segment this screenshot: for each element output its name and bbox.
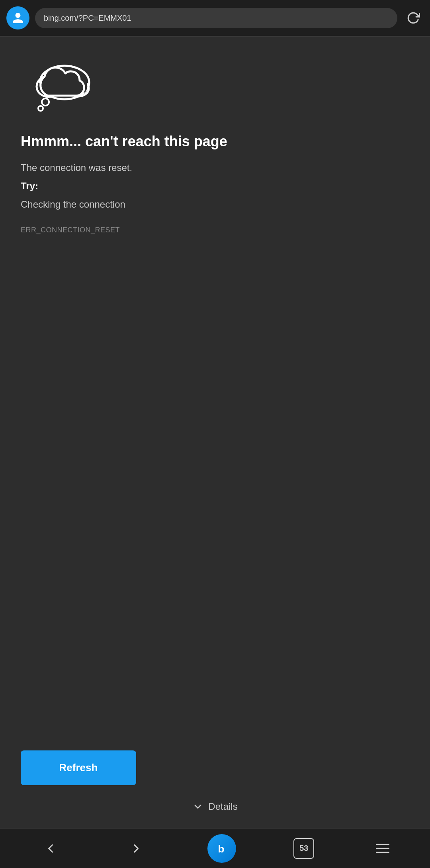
refresh-button[interactable]: Refresh (21, 750, 136, 785)
menu-line-1 (376, 844, 389, 845)
back-button[interactable] (37, 835, 64, 862)
main-content: Hmmm... can't reach this page The connec… (0, 37, 430, 742)
menu-line-2 (376, 848, 389, 849)
tabs-count: 53 (299, 844, 308, 853)
suggestion-text: Checking the connection (21, 199, 409, 210)
action-area: Refresh Details (0, 742, 430, 828)
svg-point-7 (38, 106, 43, 111)
error-title: Hmmm... can't reach this page (21, 132, 409, 151)
browser-refresh-button[interactable] (403, 8, 424, 28)
chevron-down-icon (192, 801, 203, 812)
bottom-nav: b 53 (0, 828, 430, 868)
browser-bar: bing.com/?PC=EMMX01 (0, 0, 430, 36)
svg-text:b: b (218, 842, 224, 854)
tabs-button[interactable]: 53 (293, 838, 314, 859)
avatar[interactable] (6, 6, 29, 29)
url-text: bing.com/?PC=EMMX01 (44, 14, 131, 23)
error-code: ERR_CONNECTION_RESET (21, 226, 409, 234)
forward-button[interactable] (122, 835, 150, 862)
back-icon (43, 841, 58, 856)
forward-icon (129, 841, 143, 856)
details-toggle[interactable]: Details (21, 797, 409, 816)
try-label: Try: (21, 181, 409, 192)
url-bar[interactable]: bing.com/?PC=EMMX01 (35, 8, 397, 28)
menu-button[interactable] (372, 840, 393, 857)
error-description: The connection was reset. (21, 162, 409, 173)
bing-icon: b (214, 841, 229, 856)
svg-point-6 (42, 98, 49, 106)
bing-button[interactable]: b (207, 834, 236, 863)
user-icon (12, 12, 24, 24)
thought-bubble-icon (21, 61, 100, 112)
menu-line-3 (376, 852, 389, 853)
browser-refresh-icon (407, 11, 420, 25)
details-label: Details (208, 801, 237, 812)
